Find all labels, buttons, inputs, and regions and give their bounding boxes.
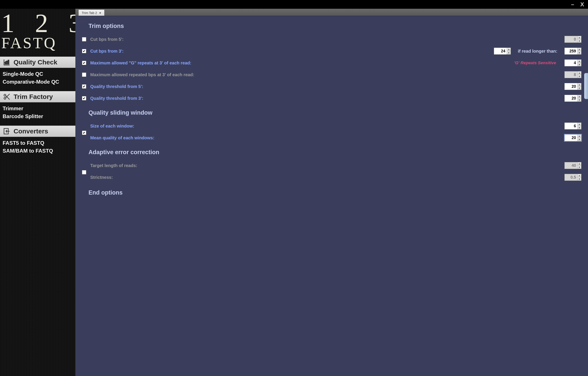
- tab-trim-tab-2[interactable]: Trim Tab 2 ×: [78, 10, 105, 16]
- chevron-down-icon[interactable]: ▼: [577, 63, 581, 66]
- chevron-down-icon[interactable]: ▼: [577, 40, 581, 43]
- close-icon[interactable]: ×: [99, 11, 101, 15]
- section-title-adaptive: Adaptive error correction: [88, 149, 581, 156]
- import-icon: [3, 127, 11, 135]
- tab-bar: Trim Tab 2 ×: [75, 9, 588, 16]
- logo-numbers: 1 2 3: [1, 11, 74, 36]
- chevron-up-icon[interactable]: ▲: [577, 162, 581, 166]
- chevron-down-icon[interactable]: ▼: [577, 98, 581, 102]
- chevron-down-icon[interactable]: ▼: [577, 166, 581, 169]
- input-read-longer[interactable]: [565, 48, 577, 54]
- label-if-read-longer: if read longer than:: [518, 49, 557, 54]
- input-cut-3[interactable]: [494, 48, 507, 54]
- label-qual-3: Quality threshold from 3':: [90, 96, 143, 101]
- sidebar-section-quality-check[interactable]: Quality Check: [0, 57, 75, 68]
- spinner-cut-3[interactable]: ▲▼: [494, 48, 511, 55]
- sidebar: 1 2 3 FASTQ Quality Check Single-Mode QC…: [0, 9, 75, 376]
- input-qual-3[interactable]: [565, 95, 577, 102]
- sidebar-section-converters[interactable]: Converters: [0, 125, 75, 137]
- label-window-size: Size of each window:: [90, 124, 134, 129]
- spinner-qual-3[interactable]: ▲▼: [564, 95, 581, 102]
- input-target-length[interactable]: [565, 162, 577, 169]
- chevron-up-icon[interactable]: ▲: [577, 71, 581, 75]
- content-panel: Trim options Cut bps from 5': ▲▼: [75, 16, 588, 376]
- minimize-button[interactable]: –: [571, 1, 574, 8]
- spinner-target-length[interactable]: ▲▼: [564, 162, 581, 169]
- sidebar-section-trim-factory[interactable]: Trim Factory: [0, 91, 75, 102]
- checkbox-qual-3[interactable]: [82, 96, 86, 100]
- label-qual-5: Quality threshold from 5':: [90, 84, 143, 89]
- spinner-strictness[interactable]: ▲▼: [564, 174, 581, 181]
- checkbox-sliding-window[interactable]: [82, 131, 86, 135]
- chevron-down-icon[interactable]: ▼: [577, 87, 581, 90]
- checkbox-cut-5[interactable]: [82, 37, 86, 42]
- label-window-mean: Mean quality of each windows:: [90, 135, 154, 140]
- spinner-window-mean[interactable]: ▲▼: [564, 134, 581, 141]
- chevron-down-icon[interactable]: ▼: [577, 178, 581, 181]
- close-button[interactable]: X: [580, 1, 584, 8]
- chevron-up-icon[interactable]: ▲: [577, 135, 581, 138]
- chevron-up-icon[interactable]: ▲: [577, 60, 581, 63]
- sidebar-item-barcode-splitter[interactable]: Barcode Splitter: [3, 113, 73, 120]
- spinner-cut-5[interactable]: ▲▼: [564, 36, 581, 43]
- scissors-icon: [3, 93, 11, 100]
- chevron-up-icon[interactable]: ▲: [577, 95, 581, 98]
- label-cut-5: Cut bps from 5':: [90, 37, 124, 42]
- sidebar-item-fast5-to-fastq[interactable]: FAST5 to FASTQ: [3, 139, 73, 147]
- input-qual-5[interactable]: [565, 83, 577, 90]
- scroll-handle[interactable]: [584, 73, 588, 99]
- section-title-sliding-window: Quality sliding window: [88, 109, 581, 116]
- input-window-size[interactable]: [565, 123, 577, 129]
- input-repeated-bps[interactable]: [565, 71, 577, 78]
- chevron-down-icon[interactable]: ▼: [577, 126, 581, 129]
- sidebar-item-single-mode-qc[interactable]: Single-Mode QC: [3, 70, 73, 78]
- checkbox-repeated-bps[interactable]: [82, 73, 86, 77]
- tab-label: Trim Tab 2: [82, 11, 97, 15]
- section-title-trim-options: Trim options: [88, 23, 581, 30]
- chevron-up-icon[interactable]: ▲: [577, 83, 581, 87]
- checkbox-qual-5[interactable]: [82, 84, 86, 89]
- section-title-end-options: End options: [88, 189, 581, 196]
- checkbox-cut-3[interactable]: [82, 49, 86, 53]
- bar-chart-icon: [3, 59, 11, 66]
- sidebar-section-label: Converters: [13, 127, 48, 135]
- label-repeated-bps: Maximum allowed repeated bps at 3' of ea…: [90, 72, 194, 77]
- input-window-mean[interactable]: [565, 135, 577, 141]
- sidebar-item-sambam-to-fastq[interactable]: SAM/BAM to FASTQ: [3, 147, 73, 155]
- chevron-up-icon[interactable]: ▲: [577, 174, 581, 178]
- app-logo: 1 2 3 FASTQ: [0, 9, 75, 57]
- sidebar-section-label: Quality Check: [13, 59, 57, 66]
- spinner-repeated-bps[interactable]: ▲▼: [564, 71, 581, 78]
- chevron-up-icon[interactable]: ▲: [577, 123, 581, 126]
- spinner-qual-5[interactable]: ▲▼: [564, 83, 581, 90]
- chevron-up-icon[interactable]: ▲: [577, 48, 581, 51]
- chevron-down-icon[interactable]: ▼: [577, 51, 581, 55]
- label-g-repeats: Maximum allowed "G" repeats at 3' of eac…: [90, 61, 192, 65]
- label-target-length: Target length of reads:: [90, 163, 137, 168]
- label-strictness: Strictness:: [90, 175, 113, 180]
- svg-rect-1: [7, 61, 7, 64]
- chevron-down-icon[interactable]: ▼: [577, 75, 581, 78]
- checkbox-adaptive[interactable]: [82, 170, 86, 175]
- sidebar-item-trimmer[interactable]: Trimmer: [3, 104, 73, 113]
- input-strictness[interactable]: [565, 174, 577, 181]
- input-g-repeats[interactable]: [565, 60, 577, 66]
- spinner-window-size[interactable]: ▲▼: [564, 123, 581, 129]
- chevron-down-icon[interactable]: ▼: [507, 51, 511, 55]
- spinner-g-repeats[interactable]: ▲▼: [564, 59, 581, 66]
- label-cut-3: Cut bps from 3':: [90, 49, 124, 54]
- spinner-read-longer[interactable]: ▲▼: [564, 48, 581, 55]
- sidebar-item-comparative-mode-qc[interactable]: Comparative-Mode QC: [3, 78, 73, 86]
- sidebar-section-label: Trim Factory: [13, 93, 53, 100]
- chevron-up-icon[interactable]: ▲: [507, 48, 511, 51]
- chevron-up-icon[interactable]: ▲: [577, 36, 581, 40]
- checkbox-g-repeats[interactable]: [82, 61, 86, 65]
- main-area: Trim Tab 2 × Trim options Cut bps from 5…: [75, 9, 588, 376]
- note-g-repeats-sensitive: 'G' Repeats Sensitive: [514, 61, 556, 65]
- chevron-down-icon[interactable]: ▼: [577, 138, 581, 141]
- titlebar: – X: [0, 0, 588, 9]
- input-cut-5[interactable]: [565, 36, 577, 42]
